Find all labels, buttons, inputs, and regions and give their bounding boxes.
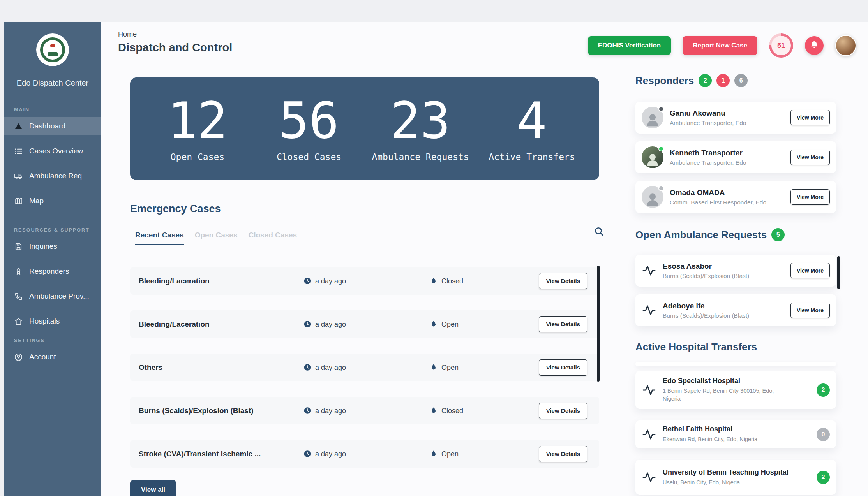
responder-card: Omada OMADA Comm. Based First Responder,… — [635, 181, 836, 213]
stats-card: 12 Open Cases 56 Closed Cases 23 Ambulan… — [130, 77, 599, 180]
hospital-transfers-heading: Active Hospital Transfers — [635, 341, 836, 353]
stat-open-cases: 12 Open Cases — [142, 96, 253, 162]
case-row: Bleeding/Laceration a day ago Closed Vie… — [130, 267, 599, 295]
case-time-label: a day ago — [315, 363, 346, 371]
sidebar-item-inquiries[interactable]: Inquiries — [4, 237, 101, 256]
responders-title: Responders — [635, 75, 694, 87]
avatar — [642, 146, 663, 168]
sidebar-item-label: Ambulance Req... — [29, 172, 88, 180]
hospital-name: Edo Specialist Hospital — [663, 377, 791, 385]
responder-card: Ganiu Akowanu Ambulance Transporter, Edo… — [635, 102, 836, 134]
view-more-button[interactable]: View More — [790, 303, 830, 318]
sidebar-item-responders[interactable]: Responders — [4, 262, 101, 281]
responder-role: Comm. Based First Responder, Edo — [670, 199, 766, 206]
breadcrumb: Home — [118, 30, 137, 39]
presence-dot — [658, 106, 664, 112]
ambulance-icon — [14, 172, 23, 181]
cases-scrollbar-thumb[interactable] — [597, 266, 600, 382]
flame-icon — [430, 450, 438, 458]
case-status-label: Open — [441, 450, 459, 458]
sidebar-item-map[interactable]: Map — [4, 192, 101, 210]
view-more-button[interactable]: View More — [790, 189, 830, 205]
view-details-button[interactable]: View Details — [539, 316, 587, 332]
responders-heading: Responders 2 1 6 — [635, 74, 836, 87]
sidebar-item-hospitals[interactable]: Hospitals — [4, 312, 101, 331]
view-details-button[interactable]: View Details — [539, 403, 587, 419]
responder-role: Ambulance Transporter, Edo — [670, 159, 746, 166]
case-title: Stroke (CVA)/Transient Ischemic ... — [139, 450, 261, 458]
user-avatar[interactable] — [835, 35, 856, 56]
sidebar-item-label: Responders — [29, 267, 69, 276]
stat-label: Closed Cases — [277, 152, 341, 162]
sidebar-item-ambulance-providers[interactable]: Ambulance Prov... — [4, 287, 101, 306]
stat-label: Active Transfers — [489, 152, 575, 162]
dashboard-icon — [14, 122, 23, 131]
org-name: Edo Dispatch Center — [4, 79, 101, 88]
view-details-button[interactable]: View Details — [539, 273, 587, 289]
pulse-icon — [642, 263, 656, 278]
case-status: Open — [430, 320, 459, 328]
view-details-button[interactable]: View Details — [539, 446, 587, 462]
nav-section-settings: SETTINGS — [4, 338, 101, 343]
panel-scrollbar-thumb[interactable] — [837, 256, 840, 289]
case-time: a day ago — [303, 363, 346, 371]
case-time: a day ago — [303, 406, 346, 415]
case-time-label: a day ago — [315, 277, 346, 285]
case-time-label: a day ago — [315, 320, 346, 328]
tab-open-cases[interactable]: Open Cases — [195, 231, 238, 245]
stat-value: 56 — [279, 96, 339, 146]
hospital-name: Bethel Faith Hospital — [663, 425, 757, 433]
case-time-label: a day ago — [315, 450, 346, 458]
case-title: Bleeding/Laceration — [139, 277, 210, 285]
responder-name: Omada OMADA — [670, 188, 766, 197]
sidebar-item-ambulance-requests[interactable]: Ambulance Req... — [4, 167, 101, 185]
view-more-button[interactable]: View More — [790, 263, 830, 278]
sidebar-item-label: Hospitals — [29, 317, 60, 325]
sidebar-item-label: Cases Overview — [29, 147, 83, 155]
sidebar-item-account[interactable]: Account — [4, 348, 101, 366]
case-title: Bleeding/Laceration — [139, 320, 210, 329]
view-more-button[interactable]: View More — [790, 110, 830, 125]
case-tabs: Recent Cases Open Cases Closed Cases — [135, 231, 297, 245]
responders-icon — [14, 267, 23, 276]
case-time: a day ago — [303, 450, 346, 458]
tab-recent-cases[interactable]: Recent Cases — [135, 231, 184, 245]
tab-closed-cases[interactable]: Closed Cases — [248, 231, 297, 245]
right-panel: Responders 2 1 6 Ganiu Akowanu Ambulance… — [635, 0, 836, 495]
presence-dot — [658, 146, 664, 151]
responder-name: Ganiu Akowanu — [670, 109, 746, 118]
sidebar-item-dashboard[interactable]: Dashboard — [4, 117, 101, 135]
hospital-transfer-card: Bethel Faith Hospital Ekenwan Rd, Benin … — [635, 420, 836, 448]
sidebar-item-cases-overview[interactable]: Cases Overview — [4, 142, 101, 160]
provider-icon — [14, 292, 23, 301]
map-icon — [14, 197, 23, 206]
search-icon[interactable] — [593, 226, 604, 237]
case-time-label: a day ago — [315, 406, 346, 415]
hospital-transfer-card: University of Benin Teaching Hospital Us… — [635, 460, 836, 495]
ambulance-request-card: Adeboye Ife Burns (Scalds)/Explosion (Bl… — [635, 294, 836, 326]
hospital-address: Uselu, Benin City, Edo, Nigeria — [663, 479, 789, 487]
sidebar-item-label: Ambulance Prov... — [29, 292, 89, 301]
case-row: Others a day ago Open View Details — [130, 354, 599, 381]
transfer-count-badge: 0 — [817, 428, 830, 441]
sidebar-item-label: Dashboard — [29, 122, 65, 130]
clock-icon — [303, 277, 311, 285]
case-row: Stroke (CVA)/Transient Ischemic ... a da… — [130, 440, 599, 468]
stat-value: 23 — [390, 96, 450, 146]
case-status-label: Open — [441, 363, 459, 371]
inquiries-icon — [14, 242, 23, 251]
cases-overview-icon — [14, 147, 23, 156]
stat-active-transfers: 4 Active Transfers — [476, 96, 587, 162]
responders-offline-badge: 6 — [734, 74, 748, 87]
stat-label: Open Cases — [171, 152, 224, 162]
hospital-address: Ekenwan Rd, Benin City, Edo, Nigeria — [663, 436, 757, 443]
edo-state-seal-icon — [40, 37, 65, 62]
responder-card: Kenneth Transporter Ambulance Transporte… — [635, 141, 836, 173]
view-all-button[interactable]: View all — [130, 480, 176, 496]
view-details-button[interactable]: View Details — [539, 359, 587, 376]
account-icon — [14, 353, 23, 362]
case-row: Bleeding/Laceration a day ago Open View … — [130, 310, 599, 338]
view-more-button[interactable]: View More — [790, 150, 830, 165]
sidebar: Edo Dispatch Center MAIN Dashboard Cases… — [4, 22, 101, 496]
person-icon — [644, 190, 662, 208]
